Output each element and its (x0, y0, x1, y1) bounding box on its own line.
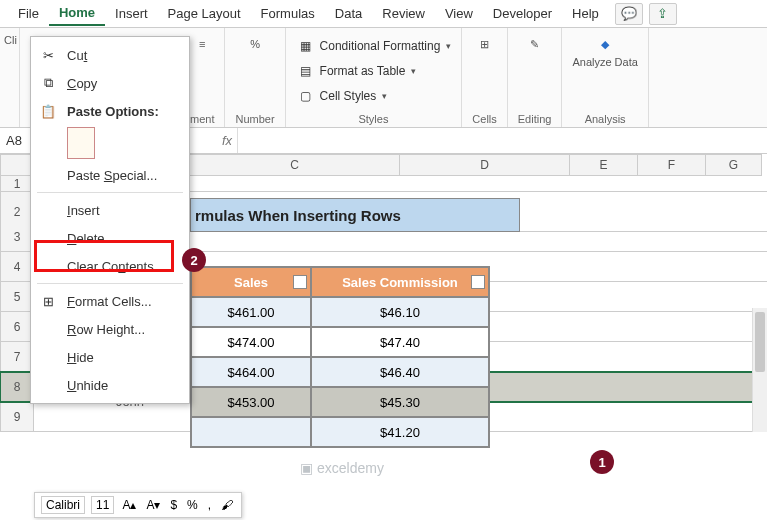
vertical-scrollbar[interactable] (752, 308, 767, 432)
select-all-corner[interactable] (0, 154, 34, 176)
ribbon-clipboard-label: Cli (4, 34, 17, 46)
cell-comm[interactable]: $45.30 (311, 387, 489, 417)
row-head-8[interactable]: 8 (0, 372, 34, 402)
cm-unhide[interactable]: Unhide (31, 371, 189, 399)
clipboard-icon: 📋 (39, 102, 57, 120)
menu-insert[interactable]: Insert (105, 2, 158, 25)
separator (37, 192, 183, 193)
ribbon-cells: ⊞ Cells (462, 28, 507, 127)
row-head-5[interactable]: 5 (0, 282, 34, 312)
cm-delete[interactable]: Delete (31, 224, 189, 252)
cell-styles-icon: ▢ (296, 86, 316, 106)
menu-data[interactable]: Data (325, 2, 372, 25)
cell-styles-button[interactable]: ▢Cell Styles▾ (296, 84, 388, 108)
chevron-down-icon: ▾ (382, 91, 387, 101)
ribbon-cells-label: Cells (472, 113, 496, 125)
ribbon-alignment-label: ment (190, 113, 214, 125)
ribbon-number-label: Number (235, 113, 274, 125)
share-icon[interactable]: ⇪ (649, 3, 677, 25)
cell-sales[interactable]: $464.00 (191, 357, 311, 387)
callout-1: 1 (590, 450, 614, 474)
col-head-e[interactable]: E (570, 154, 638, 176)
editing-icon[interactable]: ✎ (525, 34, 545, 54)
chevron-down-icon: ▾ (446, 41, 451, 51)
cm-paste-special[interactable]: Paste Special... (31, 161, 189, 189)
header-sales[interactable]: Sales▾ (191, 267, 311, 297)
col-head-g[interactable]: G (706, 154, 762, 176)
mini-toolbar: Calibri 11 A▴ A▾ $ % , 🖌 (34, 492, 242, 518)
format-cells-icon: ⊞ (39, 292, 57, 310)
row-head-3[interactable]: 3 (0, 222, 34, 252)
row-head-7[interactable]: 7 (0, 342, 34, 372)
row-head-4[interactable]: 4 (0, 252, 34, 282)
cell-comm[interactable]: $41.20 (311, 417, 489, 447)
name-box[interactable]: A8 (0, 133, 28, 148)
cell-sales[interactable]: $461.00 (191, 297, 311, 327)
menu-formulas[interactable]: Formulas (251, 2, 325, 25)
ribbon-editing: ✎ Editing (508, 28, 563, 127)
ribbon-styles: ▦Conditional Formatting▾ ▤Format as Tabl… (286, 28, 463, 127)
ribbon-number: % Number (225, 28, 285, 127)
formula-input[interactable] (237, 128, 767, 153)
mini-font-select[interactable]: Calibri (41, 496, 85, 514)
menu-help[interactable]: Help (562, 2, 609, 25)
row-head-1[interactable]: 1 (0, 176, 34, 192)
fx-icon[interactable]: fx (217, 133, 237, 148)
conditional-formatting-button[interactable]: ▦Conditional Formatting▾ (296, 34, 452, 58)
menu-developer[interactable]: Developer (483, 2, 562, 25)
col-head-d[interactable]: D (400, 154, 570, 176)
separator (37, 283, 183, 284)
table-icon: ▤ (296, 61, 316, 81)
align-icon[interactable]: ≡ (192, 34, 212, 54)
filter-icon[interactable]: ▾ (293, 275, 307, 289)
percent-icon[interactable]: % (245, 34, 265, 54)
paste-option-default[interactable] (67, 127, 95, 159)
cm-hide[interactable]: Hide (31, 343, 189, 371)
menu-page-layout[interactable]: Page Layout (158, 2, 251, 25)
comments-icon[interactable]: 💬 (615, 3, 643, 25)
cm-row-height[interactable]: Row Height... (31, 315, 189, 343)
row-head-9[interactable]: 9 (0, 402, 34, 432)
decrease-font-icon[interactable]: A▾ (144, 498, 162, 512)
ribbon-editing-label: Editing (518, 113, 552, 125)
excel-logo-icon: ▣ (300, 460, 313, 476)
mini-size-select[interactable]: 11 (91, 496, 114, 514)
menu-home[interactable]: Home (49, 1, 105, 26)
chevron-down-icon: ▾ (411, 66, 416, 76)
cm-format-cells[interactable]: ⊞Format Cells... (31, 287, 189, 315)
cell-sales[interactable]: $453.00 (191, 387, 311, 417)
cm-paste-options: 📋Paste Options: (31, 97, 189, 125)
analyze-icon: ◆ (595, 34, 615, 54)
col-head-c[interactable]: C (190, 154, 400, 176)
analyze-data-button[interactable]: ◆Analyze Data (572, 34, 637, 68)
ribbon-styles-label: Styles (358, 113, 388, 125)
increase-font-icon[interactable]: A▴ (120, 498, 138, 512)
col-head-f[interactable]: F (638, 154, 706, 176)
menu-file[interactable]: File (8, 2, 49, 25)
menu-view[interactable]: View (435, 2, 483, 25)
cell-comm[interactable]: $46.10 (311, 297, 489, 327)
filter-icon[interactable]: ▾ (471, 275, 485, 289)
percent-icon[interactable]: % (185, 498, 200, 512)
ribbon-clipboard: Cli (0, 28, 20, 127)
cm-insert[interactable]: Insert (31, 196, 189, 224)
format-as-table-button[interactable]: ▤Format as Table▾ (296, 59, 417, 83)
cell-comm[interactable]: $47.40 (311, 327, 489, 357)
cell-sales[interactable]: $474.00 (191, 327, 311, 357)
header-commission[interactable]: Sales Commission▾ (311, 267, 489, 297)
watermark: ▣exceldemy (300, 460, 384, 476)
ribbon-analysis-label: Analysis (585, 113, 626, 125)
comma-icon[interactable]: , (206, 498, 213, 512)
menu-review[interactable]: Review (372, 2, 435, 25)
ribbon-analysis: ◆Analyze Data Analysis (562, 28, 648, 127)
title-cell: rmulas When Inserting Rows (190, 198, 520, 232)
row-head-6[interactable]: 6 (0, 312, 34, 342)
cell-comm[interactable]: $46.40 (311, 357, 489, 387)
cells-icon[interactable]: ⊞ (475, 34, 495, 54)
currency-icon[interactable]: $ (168, 498, 179, 512)
cell-sales[interactable] (191, 417, 311, 447)
format-painter-icon[interactable]: 🖌 (219, 498, 235, 512)
cm-cut[interactable]: ✂Cut (31, 41, 189, 69)
cm-copy[interactable]: ⧉Copy (31, 69, 189, 97)
cm-clear-contents[interactable]: Clear Contents (31, 252, 189, 280)
